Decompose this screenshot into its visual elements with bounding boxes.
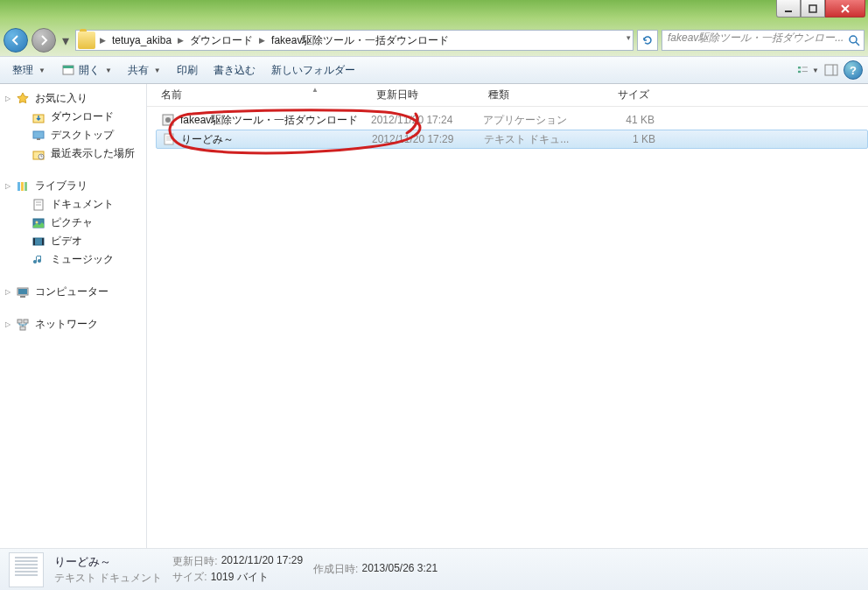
details-size-label: サイズ: xyxy=(172,570,206,585)
details-modified-value: 2012/11/20 17:29 xyxy=(221,554,303,569)
details-file-icon xyxy=(9,552,44,587)
sidebar-item-recent[interactable]: 最近表示した場所 xyxy=(0,144,146,163)
network-icon xyxy=(16,318,30,332)
burn-button[interactable]: 書き込む xyxy=(206,60,262,81)
chevron-right-icon: ▶ xyxy=(256,36,268,45)
nav-history-dropdown[interactable]: ▾ xyxy=(60,28,72,53)
sidebar-item-desktop[interactable]: デスクトップ xyxy=(0,126,146,144)
sidebar-item-videos[interactable]: ビデオ xyxy=(0,232,146,250)
sidebar-network-group: ▷ ネットワーク xyxy=(0,315,146,334)
file-type: テキスト ドキュ... xyxy=(484,132,585,147)
details-file-name: りーどみ～ xyxy=(54,554,162,570)
sidebar-libraries-header[interactable]: ▷ ライブラリ xyxy=(0,177,146,195)
sidebar-favorites-group: ▷ お気に入り ダウンロード デスクトップ 最近表示した場所 xyxy=(0,89,146,163)
desktop-icon xyxy=(32,129,46,143)
content-area: 名前▲ 更新日時 種類 サイズ fakeav駆除ツール・一括ダウンロード 201… xyxy=(147,84,868,548)
file-name: りーどみ～ xyxy=(181,132,234,147)
back-button[interactable] xyxy=(4,28,28,53)
folder-icon xyxy=(78,32,95,49)
svg-rect-31 xyxy=(18,320,22,323)
close-button[interactable] xyxy=(825,0,865,18)
details-created-label: 作成日時: xyxy=(313,562,358,577)
refresh-button[interactable] xyxy=(637,30,658,51)
file-name: fakeav駆除ツール・一括ダウンロード xyxy=(180,113,358,128)
file-date: 2012/11/20 17:24 xyxy=(371,114,483,126)
view-options-button[interactable]: ▼ xyxy=(798,60,819,80)
sidebar-item-downloads[interactable]: ダウンロード xyxy=(0,108,146,126)
chevron-right-icon: ▶ xyxy=(97,36,108,45)
open-button[interactable]: 開く▼ xyxy=(54,60,119,81)
column-type[interactable]: 種類 xyxy=(483,88,584,102)
favorites-icon xyxy=(16,92,30,106)
details-pane: りーどみ～ テキスト ドキュメント 更新日時: 2012/11/20 17:29… xyxy=(0,548,868,590)
newfolder-button[interactable]: 新しいフォルダー xyxy=(264,60,362,81)
share-button[interactable]: 共有▼ xyxy=(121,60,168,81)
search-placeholder: fakeav駆除ツール・一括ダウンロー... xyxy=(668,32,844,44)
svg-rect-5 xyxy=(63,66,74,68)
chevron-down-icon: ▼ xyxy=(154,67,161,74)
sidebar-network-header[interactable]: ▷ ネットワーク xyxy=(0,315,146,334)
svg-rect-10 xyxy=(825,65,837,75)
chevron-down-icon[interactable]: ▾ xyxy=(626,33,631,42)
organize-button[interactable]: 整理▼ xyxy=(5,60,52,81)
svg-rect-7 xyxy=(798,71,801,73)
titlebar xyxy=(0,0,868,25)
computer-icon xyxy=(16,285,30,299)
svg-rect-29 xyxy=(18,289,27,294)
details-created-value: 2013/05/26 3:21 xyxy=(361,562,438,577)
search-input[interactable]: fakeav駆除ツール・一括ダウンロー... xyxy=(662,30,864,51)
file-row[interactable]: りーどみ～ 2012/11/20 17:29 テキスト ドキュ... 1 KB xyxy=(156,130,868,149)
search-icon xyxy=(848,34,860,49)
print-button[interactable]: 印刷 xyxy=(170,60,205,81)
documents-icon xyxy=(32,198,46,212)
file-date: 2012/11/20 17:29 xyxy=(372,133,484,145)
sidebar: ▷ お気に入り ダウンロード デスクトップ 最近表示した場所 ▷ ライブラリ xyxy=(0,84,147,548)
chevron-right-icon: ▶ xyxy=(175,36,186,45)
sidebar-item-music[interactable]: ミュージック xyxy=(0,250,146,269)
breadcrumb-segment[interactable]: ダウンロード xyxy=(186,31,256,50)
svg-rect-1 xyxy=(809,5,816,12)
breadcrumb[interactable]: ▶ tetuya_akiba ▶ ダウンロード ▶ fakeav駆除ツール・一括… xyxy=(75,30,634,51)
help-button[interactable]: ? xyxy=(844,60,863,80)
svg-rect-18 xyxy=(21,182,24,191)
file-size: 41 KB xyxy=(584,114,654,126)
minimize-button[interactable] xyxy=(776,0,801,18)
sidebar-computer-header[interactable]: ▷ コンピューター xyxy=(0,283,146,301)
svg-rect-27 xyxy=(42,238,44,245)
recent-icon xyxy=(32,147,46,161)
sidebar-favorites-header[interactable]: ▷ お気に入り xyxy=(0,89,146,108)
column-date[interactable]: 更新日時 xyxy=(371,88,483,102)
svg-rect-13 xyxy=(33,131,44,138)
svg-rect-6 xyxy=(798,67,801,68)
svg-rect-26 xyxy=(33,238,35,245)
open-icon xyxy=(61,63,75,77)
main-area: ▷ お気に入り ダウンロード デスクトップ 最近表示した場所 ▷ ライブラリ xyxy=(0,84,868,548)
text-file-icon xyxy=(162,132,176,146)
maximize-button[interactable] xyxy=(801,0,825,18)
forward-button[interactable] xyxy=(32,28,56,53)
collapse-icon: ▷ xyxy=(5,320,10,328)
music-icon xyxy=(32,253,46,267)
svg-rect-32 xyxy=(24,320,28,323)
chevron-down-icon: ▼ xyxy=(812,67,819,74)
file-size: 1 KB xyxy=(585,133,655,145)
toolbar: 整理▼ 開く▼ 共有▼ 印刷 書き込む 新しいフォルダー ▼ ? xyxy=(0,56,868,84)
sort-indicator-icon: ▲ xyxy=(312,86,318,94)
column-size[interactable]: サイズ xyxy=(584,88,654,102)
svg-rect-33 xyxy=(20,327,25,330)
details-file-type: テキスト ドキュメント xyxy=(54,571,162,586)
svg-rect-19 xyxy=(24,182,27,191)
sidebar-item-documents[interactable]: ドキュメント xyxy=(0,195,146,214)
collapse-icon: ▷ xyxy=(5,95,10,102)
breadcrumb-segment[interactable]: fakeav駆除ツール・一括ダウンロード xyxy=(268,31,452,50)
file-row[interactable]: fakeav駆除ツール・一括ダウンロード 2012/11/20 17:24 アプ… xyxy=(156,110,868,130)
breadcrumb-segment[interactable]: tetuya_akiba xyxy=(108,31,175,50)
libraries-icon xyxy=(16,179,30,193)
chevron-down-icon: ▼ xyxy=(105,67,112,74)
column-name[interactable]: 名前▲ xyxy=(156,88,371,102)
preview-pane-button[interactable] xyxy=(821,60,842,80)
svg-rect-14 xyxy=(37,138,40,140)
sidebar-item-pictures[interactable]: ピクチャ xyxy=(0,214,146,232)
chevron-down-icon: ▼ xyxy=(38,67,46,74)
window-controls xyxy=(776,0,865,18)
